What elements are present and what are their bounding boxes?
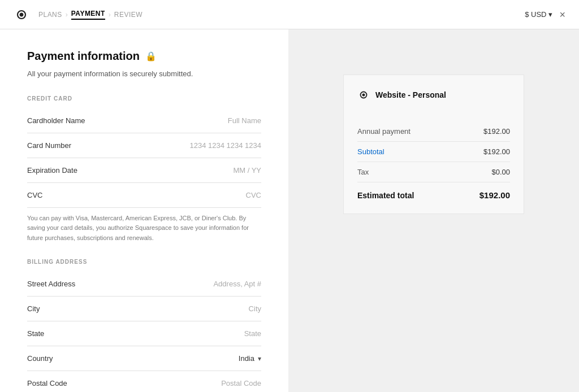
cvc-label: CVC [27, 191, 42, 199]
subtotal-value: $192.00 [483, 147, 510, 156]
estimated-total-label: Estimated total [357, 191, 414, 200]
summary-row-tax: Tax $0.00 [357, 162, 510, 182]
nav-left: PLANS › PAYMENT › REVIEW [14, 7, 142, 23]
summary-row-subtotal: Subtotal $192.00 [357, 142, 510, 162]
cardholder-name-label: Cardholder Name [27, 116, 85, 125]
annual-payment-label: Annual payment [357, 127, 411, 136]
card-number-label: Card Number [27, 141, 71, 150]
estimated-total-value: $192.00 [479, 190, 510, 200]
billing-section-label: BILLING ADDRESS [27, 259, 261, 265]
dropdown-chevron-icon: ▾ [258, 355, 261, 363]
annual-payment-value: $192.00 [483, 127, 510, 136]
currency-label: $ USD [525, 10, 546, 19]
summary-title: Website - Personal [375, 90, 446, 99]
cvc-placeholder: CVC [246, 191, 261, 199]
currency-selector[interactable]: $ USD ▾ [525, 10, 552, 19]
expiration-date-field[interactable]: Expiration Date MM / YY [27, 158, 261, 183]
street-address-label: Street Address [27, 280, 75, 288]
page-title-row: Payment information 🔒 [27, 50, 261, 63]
summary-row-annual: Annual payment $192.00 [357, 121, 510, 142]
main-content: Payment information 🔒 All your payment i… [0, 29, 579, 392]
chevron-icon: › [66, 11, 68, 19]
city-field[interactable]: City City [27, 297, 261, 321]
currency-chevron-icon: ▾ [548, 10, 552, 19]
state-field[interactable]: State State [27, 321, 261, 346]
postal-code-label: Postal Code [27, 379, 67, 387]
state-placeholder: State [244, 329, 261, 338]
squarespace-logo [14, 7, 29, 23]
postal-code-placeholder: Postal Code [221, 379, 261, 387]
nav-right: $ USD ▾ × [525, 10, 565, 20]
step-payment: PAYMENT [71, 10, 105, 20]
breadcrumb-steps: PLANS › PAYMENT › REVIEW [38, 10, 142, 20]
close-button[interactable]: × [559, 10, 565, 20]
country-selected: India [239, 354, 254, 363]
expiration-date-placeholder: MM / YY [233, 166, 261, 175]
tax-label: Tax [357, 168, 369, 176]
chevron-icon-2: › [109, 11, 111, 19]
expiration-date-label: Expiration Date [27, 166, 77, 175]
step-plans: PLANS [38, 11, 62, 19]
secure-text: All your payment information is securely… [27, 68, 261, 80]
country-field[interactable]: Country India ▾ [27, 346, 261, 371]
cvc-field[interactable]: CVC CVC [27, 183, 261, 208]
state-label: State [27, 329, 44, 338]
card-number-placeholder: 1234 1234 1234 1234 [189, 141, 261, 150]
summary-total-row: Estimated total $192.00 [357, 182, 510, 200]
street-address-field[interactable]: Street Address Address, Apt # [27, 272, 261, 297]
city-placeholder: City [249, 304, 261, 313]
postal-code-field[interactable]: Postal Code Postal Code [27, 371, 261, 392]
tax-value: $0.00 [491, 168, 510, 176]
summary-header: Website - Personal [357, 89, 510, 110]
credit-card-section-label: CREDIT CARD [27, 95, 261, 102]
page-title: Payment information [27, 50, 140, 63]
street-address-placeholder: Address, Apt # [213, 280, 261, 288]
country-value: India ▾ [239, 354, 261, 363]
top-navigation: PLANS › PAYMENT › REVIEW $ USD ▾ × [0, 0, 579, 29]
right-panel: Website - Personal Annual payment $192.0… [288, 29, 579, 392]
order-summary: Website - Personal Annual payment $192.0… [343, 75, 524, 214]
lock-icon: 🔒 [145, 51, 157, 62]
country-label: Country [27, 354, 53, 363]
billing-address-section: BILLING ADDRESS Street Address Address, … [27, 259, 261, 392]
card-note: You can pay with Visa, Mastercard, Ameri… [27, 214, 261, 243]
step-review: REVIEW [114, 11, 142, 19]
card-number-field[interactable]: Card Number 1234 1234 1234 1234 [27, 133, 261, 158]
cardholder-name-field[interactable]: Cardholder Name Full Name [27, 108, 261, 133]
city-label: City [27, 304, 40, 313]
left-panel: Payment information 🔒 All your payment i… [0, 29, 288, 392]
subtotal-label: Subtotal [357, 147, 384, 156]
summary-logo [357, 89, 370, 101]
cardholder-name-placeholder: Full Name [228, 116, 261, 125]
